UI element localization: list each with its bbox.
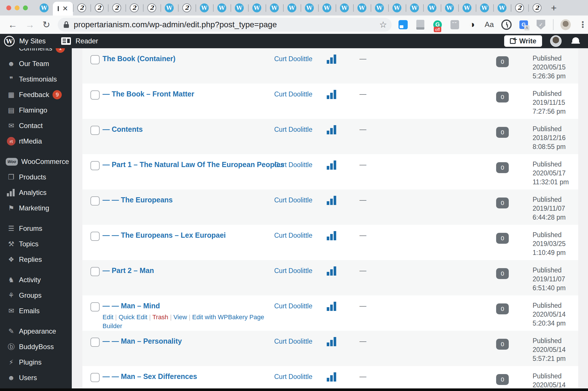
- stats-icon[interactable]: [327, 160, 336, 170]
- comment-count-badge[interactable]: 0: [496, 339, 509, 350]
- wordpress-logo-icon[interactable]: W: [4, 36, 15, 47]
- sidebar-item-plugins[interactable]: ⚡Plugins: [0, 355, 72, 370]
- sidebar-item-groups[interactable]: ⚘Groups: [0, 288, 72, 303]
- browser-tab[interactable]: W: [353, 0, 371, 16]
- page-title-link[interactable]: — — Man – Sex Differences: [102, 372, 197, 381]
- window-zoom-button[interactable]: [23, 5, 28, 10]
- browser-tab[interactable]: W: [213, 0, 231, 16]
- browser-tab[interactable]: W: [441, 0, 458, 16]
- stats-icon[interactable]: [327, 196, 336, 205]
- shield-extension-icon[interactable]: [536, 20, 546, 30]
- window-close-button[interactable]: [6, 5, 11, 10]
- browser-tab[interactable]: 2: [73, 0, 90, 16]
- page-title-link[interactable]: — — Man – Mind: [102, 302, 160, 310]
- browser-menu-icon[interactable]: ⋮: [578, 20, 588, 30]
- row-checkbox[interactable]: [90, 267, 100, 276]
- forward-button[interactable]: →: [25, 20, 34, 29]
- browser-tab[interactable]: 2: [125, 0, 143, 16]
- sidebar-item-analytics[interactable]: Analytics: [0, 185, 72, 200]
- sidebar-item-our-team[interactable]: ☻Our Team: [0, 56, 72, 71]
- sidebar-item-testimonials[interactable]: ❞Testimonials: [0, 71, 72, 87]
- sidebar-item-feedback[interactable]: ▦Feedback9: [0, 87, 72, 102]
- author-link[interactable]: Curt Doolittle: [274, 338, 312, 345]
- window-minimize-button[interactable]: [15, 5, 20, 10]
- sidebar-item-marketing[interactable]: ⚑Marketing: [0, 200, 72, 216]
- browser-tab[interactable]: 2: [178, 0, 196, 16]
- browser-tab[interactable]: W: [283, 0, 301, 16]
- row-checkbox[interactable]: [90, 126, 100, 135]
- my-sites-menu[interactable]: My Sites: [19, 37, 46, 45]
- user-avatar[interactable]: [550, 35, 562, 47]
- browser-tab[interactable]: W: [388, 0, 406, 16]
- author-link[interactable]: Curt Doolittle: [274, 126, 312, 133]
- page-title-link[interactable]: — The Book – Front Matter: [102, 90, 194, 98]
- contrast-extension-icon[interactable]: ◑: [467, 20, 477, 30]
- stats-icon[interactable]: [327, 231, 336, 240]
- browser-tab[interactable]: W: [301, 0, 318, 16]
- sidebar-item-appearance[interactable]: ✎Appearance: [0, 324, 72, 339]
- stats-icon[interactable]: [327, 90, 336, 99]
- page-title-link[interactable]: The Book (Container): [102, 55, 175, 63]
- author-link[interactable]: Curt Doolittle: [274, 373, 312, 381]
- stats-icon[interactable]: [327, 125, 336, 134]
- author-link[interactable]: Curt Doolittle: [274, 90, 312, 98]
- row-checkbox[interactable]: [90, 373, 100, 382]
- browser-tab[interactable]: W: [318, 0, 336, 16]
- browser-tab[interactable]: W: [458, 0, 476, 16]
- reader-icon[interactable]: [61, 37, 71, 45]
- browser-tab[interactable]: 2: [108, 0, 125, 16]
- author-link[interactable]: Curt Doolittle: [274, 55, 312, 63]
- comment-count-badge[interactable]: 0: [496, 127, 509, 138]
- active-tab[interactable]: ✕: [53, 2, 73, 16]
- page-title-link[interactable]: — Contents: [102, 125, 143, 133]
- page-title-link[interactable]: — Part 1 – The Natural Law Of The Europe…: [102, 160, 284, 169]
- profile-avatar[interactable]: [560, 20, 571, 30]
- tab-close-icon[interactable]: ✕: [62, 5, 68, 12]
- browser-tab[interactable]: W: [196, 0, 213, 16]
- page-title-link[interactable]: — — Man – Personality: [102, 337, 182, 345]
- sidebar-item-rtmedia[interactable]: rtrtMedia: [0, 133, 72, 149]
- row-checkbox[interactable]: [90, 90, 100, 100]
- sidebar-item-products[interactable]: ❒Products: [0, 169, 72, 185]
- row-checkbox[interactable]: [90, 232, 100, 241]
- action-view[interactable]: View: [173, 313, 187, 321]
- reader-menu[interactable]: Reader: [76, 37, 98, 45]
- notifications-bell-icon[interactable]: [571, 37, 580, 45]
- page-title-link[interactable]: — — The Europeans – Lex Europaei: [102, 231, 226, 239]
- notes-extension-icon[interactable]: [415, 20, 425, 30]
- page-title-link[interactable]: — — The Europeans: [102, 196, 173, 204]
- browser-tab[interactable]: W: [336, 0, 353, 16]
- url-text[interactable]: propertarianism.com/wp-admin/edit.php?po…: [74, 20, 379, 29]
- browser-tab[interactable]: W: [160, 0, 178, 16]
- row-checkbox[interactable]: [90, 338, 100, 347]
- author-link[interactable]: Curt Doolittle: [274, 232, 312, 239]
- browser-tab[interactable]: W: [476, 0, 493, 16]
- browser-tab[interactable]: W: [406, 0, 423, 16]
- sidebar-item-contact[interactable]: ✉Contact: [0, 118, 72, 133]
- comment-count-badge[interactable]: 0: [496, 162, 509, 173]
- browser-tab[interactable]: W: [248, 0, 266, 16]
- row-checkbox[interactable]: [90, 161, 100, 170]
- sidebar-item-flamingo[interactable]: ▤Flamingo: [0, 102, 72, 118]
- browser-tab[interactable]: 2: [90, 0, 108, 16]
- stats-icon[interactable]: [327, 55, 336, 64]
- action-edit[interactable]: Edit: [102, 313, 113, 321]
- browser-tab[interactable]: 2: [143, 0, 160, 16]
- browser-tab[interactable]: W: [231, 0, 248, 16]
- sidebar-item-topics[interactable]: ⚒Topics: [0, 236, 72, 252]
- sidebar-item-buddyboss[interactable]: ⓑBuddyBoss: [0, 339, 72, 355]
- sidebar-item-users[interactable]: ☻Users: [0, 370, 72, 386]
- author-link[interactable]: Curt Doolittle: [274, 196, 312, 204]
- stats-icon[interactable]: [327, 337, 336, 346]
- stats-icon[interactable]: [327, 372, 336, 382]
- clipboard-extension-icon[interactable]: [450, 20, 460, 30]
- translate-extension-icon[interactable]: [519, 20, 529, 30]
- comment-count-badge[interactable]: 0: [496, 56, 509, 67]
- browser-tab[interactable]: W: [493, 0, 511, 16]
- sidebar-item-emails[interactable]: ✉Emails: [0, 303, 72, 319]
- address-bar[interactable]: propertarianism.com/wp-admin/edit.php?po…: [58, 18, 392, 32]
- back-button[interactable]: ←: [8, 20, 17, 29]
- browser-tab[interactable]: W: [35, 0, 53, 16]
- comment-count-badge[interactable]: 0: [496, 92, 509, 102]
- comment-count-badge[interactable]: 0: [496, 268, 509, 279]
